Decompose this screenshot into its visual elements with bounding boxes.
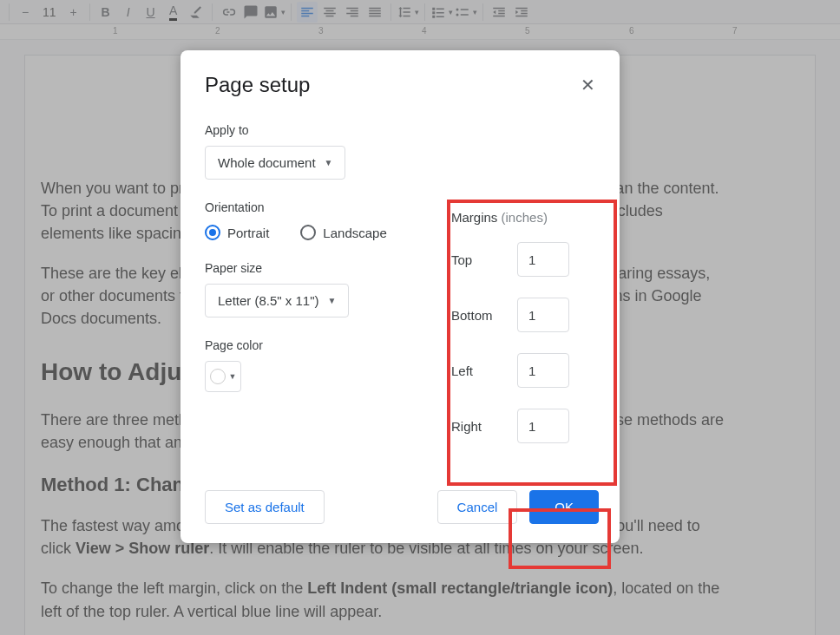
- page-color-label: Page color: [205, 338, 408, 352]
- apply-to-label: Apply to: [205, 123, 408, 137]
- paper-size-select[interactable]: Letter (8.5" x 11") ▼: [205, 284, 349, 318]
- cancel-button[interactable]: Cancel: [437, 490, 518, 524]
- set-default-button[interactable]: Set as default: [205, 490, 325, 524]
- margins-heading: Margins (inches): [451, 210, 599, 225]
- radio-unchecked-icon: [300, 225, 316, 240]
- chevron-down-icon: ▼: [325, 158, 333, 167]
- ok-button[interactable]: OK: [529, 490, 599, 524]
- radio-label: Portrait: [227, 226, 269, 240]
- orientation-label: Orientation: [205, 200, 408, 214]
- chevron-down-icon: ▼: [229, 372, 237, 381]
- margin-left-label: Left: [451, 363, 517, 378]
- margin-right-input[interactable]: [517, 409, 569, 443]
- radio-checked-icon: [205, 225, 220, 240]
- close-icon[interactable]: ✕: [577, 71, 599, 99]
- radio-label: Landscape: [323, 226, 386, 240]
- margin-top-label: Top: [451, 252, 517, 267]
- margin-bottom-input[interactable]: [517, 298, 569, 332]
- orientation-landscape-radio[interactable]: Landscape: [300, 225, 386, 240]
- margin-right-label: Right: [451, 419, 517, 434]
- margin-top-input[interactable]: [517, 242, 569, 277]
- page-color-select[interactable]: ▼: [205, 361, 241, 392]
- color-swatch-icon: [210, 369, 226, 384]
- apply-to-value: Whole document: [218, 155, 316, 170]
- margin-bottom-label: Bottom: [451, 308, 517, 323]
- apply-to-select[interactable]: Whole document ▼: [205, 146, 345, 180]
- paper-size-label: Paper size: [205, 261, 408, 275]
- dialog-title: Page setup: [205, 73, 310, 97]
- chevron-down-icon: ▼: [328, 296, 337, 305]
- orientation-portrait-radio[interactable]: Portrait: [205, 225, 269, 240]
- margin-left-input[interactable]: [517, 353, 569, 388]
- page-setup-dialog: Page setup ✕ Apply to Whole document ▼ O…: [180, 50, 620, 543]
- paper-size-value: Letter (8.5" x 11"): [218, 293, 319, 308]
